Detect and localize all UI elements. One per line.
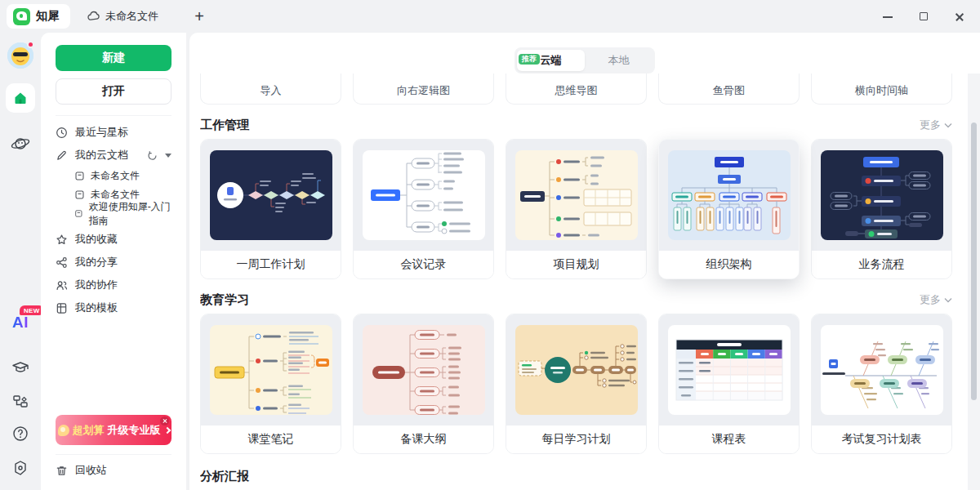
toggle-local[interactable]: 本地 bbox=[585, 50, 653, 71]
more-button[interactable]: 更多 bbox=[920, 118, 952, 132]
template-card-class-notes[interactable]: 课堂笔记 bbox=[200, 314, 341, 454]
template-icon bbox=[56, 302, 68, 314]
section-title: 分析汇报 bbox=[200, 469, 249, 484]
section-header-education: 教育学习 更多 bbox=[200, 292, 952, 307]
sidebar-doc-item[interactable]: 欢迎使用知犀-入门指南 bbox=[56, 204, 172, 223]
template-thumbnail bbox=[515, 150, 638, 240]
template-thumbnail bbox=[210, 150, 332, 240]
template-name: 业务流程 bbox=[812, 251, 951, 278]
chevron-down-icon[interactable] bbox=[165, 154, 172, 158]
app-logo-tab[interactable]: 知犀 bbox=[7, 4, 70, 29]
template-thumbnail bbox=[363, 150, 485, 240]
sidebar-divider bbox=[56, 454, 172, 455]
template-name: 会议记录 bbox=[354, 251, 493, 278]
scrollbar-thumb[interactable] bbox=[971, 122, 977, 400]
zhixi-app-window: 知犀 未命名文件 + bbox=[0, 0, 980, 490]
sidebar-item-label: 我的云文档 bbox=[75, 148, 128, 163]
storage-toggle: 推荐 云端 本地 bbox=[514, 47, 655, 74]
settings-icon[interactable] bbox=[11, 459, 29, 480]
sidebar-item-cloud-docs[interactable]: 我的云文档 bbox=[56, 144, 172, 167]
scrollbar-track[interactable] bbox=[968, 74, 980, 490]
section-title: 教育学习 bbox=[200, 292, 249, 308]
template-card-project-plan[interactable]: 项目规划 bbox=[506, 139, 647, 279]
doc-tab-title: 未命名文件 bbox=[105, 9, 158, 24]
titlebar: 知犀 未命名文件 + bbox=[0, 0, 980, 33]
collaboration-icon bbox=[56, 279, 68, 292]
graduation-cap-icon[interactable] bbox=[11, 359, 29, 379]
share-icon bbox=[56, 256, 68, 269]
template-thumbnail bbox=[210, 325, 332, 415]
help-icon[interactable] bbox=[11, 425, 29, 446]
template-thumbnail bbox=[668, 150, 791, 240]
sidebar-item-label: 最近与星标 bbox=[75, 125, 128, 140]
new-tab-button[interactable]: + bbox=[189, 8, 209, 24]
open-document-button[interactable]: 打开 bbox=[56, 78, 172, 105]
sidebar-item-favorites[interactable]: 我的收藏 bbox=[56, 228, 172, 251]
left-rail: NEW AI bbox=[0, 33, 41, 490]
document-icon bbox=[74, 208, 83, 219]
template-name: 课程表 bbox=[659, 425, 799, 453]
promo-text: 升级专业版 bbox=[108, 423, 161, 438]
app-name: 知犀 bbox=[36, 9, 59, 24]
template-card-exam-review-plan[interactable]: 考试复习计划表 bbox=[811, 314, 952, 454]
sidebar-item-trash[interactable]: 回收站 bbox=[56, 459, 172, 482]
sidebar-item-label: 我的收藏 bbox=[75, 232, 118, 247]
template-type-right-logic[interactable]: 向右逻辑图 bbox=[353, 74, 494, 105]
sidebar-doc-item[interactable]: 未命名文件 bbox=[56, 167, 172, 185]
template-type-timeline[interactable]: 横向时间轴 bbox=[811, 74, 952, 105]
template-card-meeting-notes[interactable]: 会议记录 bbox=[353, 139, 494, 279]
template-name: 一周工作计划 bbox=[201, 251, 341, 278]
template-cards-education: 课堂笔记 bbox=[200, 314, 968, 454]
main-content: 推荐 云端 本地 导入 向右逻辑图 思维导图 鱼骨图 横向时间轴 工作管理 更多 bbox=[189, 33, 980, 490]
maximize-icon[interactable] bbox=[918, 11, 929, 22]
template-card-business-flow[interactable]: 业务流程 bbox=[811, 139, 952, 279]
avatar[interactable] bbox=[7, 42, 33, 69]
template-card-org-chart[interactable]: 组织架构 bbox=[658, 139, 800, 279]
template-card-weekly-plan[interactable]: 一周工作计划 bbox=[200, 139, 341, 279]
upgrade-promo-banner[interactable]: 超划算 升级专业版 bbox=[56, 415, 172, 445]
template-thumbnail bbox=[515, 325, 638, 415]
clock-icon bbox=[56, 127, 68, 139]
notification-dot bbox=[27, 41, 34, 48]
chevron-down-icon bbox=[944, 122, 952, 128]
sidebar-item-collaboration[interactable]: 我的协作 bbox=[56, 274, 172, 296]
template-card-timetable[interactable]: 课程表 bbox=[658, 314, 800, 454]
sidebar-item-shares[interactable]: 我的分享 bbox=[56, 251, 172, 274]
template-thumbnail bbox=[821, 150, 943, 240]
close-icon[interactable] bbox=[954, 11, 965, 22]
flowchart-icon[interactable] bbox=[12, 394, 29, 413]
doc-tab[interactable]: 未命名文件 bbox=[87, 9, 158, 24]
promo-highlight: 超划算 bbox=[73, 423, 105, 438]
sidebar-item-label: 回收站 bbox=[75, 463, 107, 478]
new-document-button[interactable]: 新建 bbox=[56, 45, 172, 71]
sidebar-item-label: 我的模板 bbox=[75, 301, 118, 315]
sidebar-item-recent[interactable]: 最近与星标 bbox=[56, 121, 172, 144]
close-icon[interactable] bbox=[160, 416, 169, 425]
sidebar-item-label: 我的协作 bbox=[75, 278, 118, 292]
planet-icon[interactable] bbox=[10, 134, 31, 157]
template-name: 项目规划 bbox=[506, 251, 646, 278]
cloud-icon bbox=[87, 10, 100, 23]
template-thumbnail bbox=[821, 325, 943, 415]
refresh-icon[interactable] bbox=[147, 150, 158, 161]
pencil-icon bbox=[56, 149, 68, 162]
template-card-daily-study-plan[interactable]: 每日学习计划 bbox=[506, 314, 647, 454]
sidebar-item-label: 我的分享 bbox=[75, 255, 118, 270]
template-name: 每日学习计划 bbox=[506, 425, 646, 453]
minimize-icon[interactable] bbox=[882, 11, 893, 22]
section-title: 工作管理 bbox=[200, 118, 249, 133]
doc-title: 欢迎使用知犀-入门指南 bbox=[89, 200, 172, 228]
template-card-lesson-outline[interactable]: 备课大纲 bbox=[353, 314, 494, 454]
template-type-import[interactable]: 导入 bbox=[200, 74, 341, 105]
recommend-badge: 推荐 bbox=[519, 54, 540, 65]
home-icon[interactable] bbox=[6, 83, 35, 113]
doc-title: 未命名文件 bbox=[91, 169, 140, 183]
more-button[interactable]: 更多 bbox=[920, 292, 952, 307]
template-type-fishbone[interactable]: 鱼骨图 bbox=[658, 74, 800, 105]
template-name: 组织架构 bbox=[659, 251, 799, 278]
window-controls bbox=[882, 11, 965, 22]
ai-button[interactable]: NEW AI bbox=[12, 314, 29, 332]
template-thumbnail bbox=[668, 325, 791, 415]
sidebar-item-templates[interactable]: 我的模板 bbox=[56, 296, 172, 319]
template-type-mindmap[interactable]: 思维导图 bbox=[506, 74, 647, 105]
